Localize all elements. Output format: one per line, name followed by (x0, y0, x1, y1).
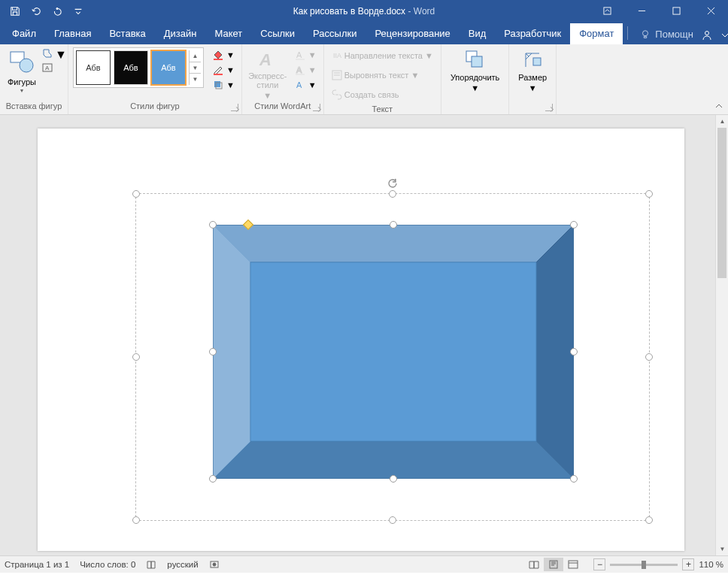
scroll-thumb[interactable] (717, 128, 726, 278)
resize-handle[interactable] (132, 516, 140, 524)
shape-resize-handle[interactable] (390, 221, 397, 228)
shape-resize-handle[interactable] (570, 475, 578, 483)
style-preset-1[interactable]: Абв (76, 50, 111, 85)
wordart-options: A▼ A▼ A▼ (292, 47, 319, 92)
text-effects-button[interactable]: A▼ (292, 77, 319, 92)
account-button[interactable] (719, 26, 728, 44)
redo-button[interactable] (48, 2, 66, 20)
shape-resize-handle[interactable] (209, 348, 217, 356)
zoom-out-button[interactable]: − (593, 558, 605, 570)
tab-review[interactable]: Рецензирование (366, 23, 459, 44)
resize-handle[interactable] (389, 190, 396, 198)
share-button[interactable] (701, 26, 713, 44)
resize-handle[interactable] (645, 190, 653, 198)
tab-mailings[interactable]: Рассылки (304, 23, 366, 44)
group-text: IIAНаправление текста▼ Выровнять текст▼ … (324, 44, 441, 114)
zoom-level[interactable]: 110 % (699, 560, 723, 569)
create-link-button: Создать связь (329, 86, 402, 103)
style-preset-3[interactable]: Абв (151, 50, 186, 85)
quick-access-toolbar (0, 0, 87, 22)
svg-text:IIA: IIA (333, 52, 341, 59)
tab-insert[interactable]: Вставка (100, 23, 154, 44)
tab-format[interactable]: Формат (570, 23, 623, 44)
vertical-scrollbar[interactable]: ▲ ▼ (715, 115, 728, 555)
dialog-launcher-icon[interactable] (231, 104, 238, 111)
shape-resize-handle[interactable] (390, 475, 397, 483)
tab-file[interactable]: Файл (3, 23, 45, 44)
tell-me[interactable]: Помощн (632, 29, 701, 44)
macro-record-status[interactable] (209, 559, 220, 570)
edit-shape-button[interactable] (42, 48, 53, 62)
arrange-button[interactable]: Упорядочить ▼ (446, 47, 504, 94)
page-number-status[interactable]: Страница 1 из 1 (5, 560, 69, 569)
shape-resize-handle[interactable] (570, 221, 578, 228)
tab-home[interactable]: Главная (45, 23, 100, 44)
shape-effects-button[interactable]: ▼ (210, 77, 237, 92)
gallery-up[interactable]: ▲ (190, 50, 201, 62)
zoom-in-button[interactable]: + (682, 558, 694, 570)
shapes-button[interactable]: Фигуры ▼ (5, 47, 39, 95)
svg-text:A: A (45, 65, 50, 71)
shape-fill-button[interactable]: ▼ (210, 47, 237, 62)
print-layout-button[interactable] (544, 558, 563, 571)
svg-rect-1 (603, 8, 610, 14)
scroll-down-button[interactable]: ▼ (716, 543, 728, 555)
shapes-label: Фигуры (8, 77, 36, 86)
ribbon-display-options[interactable] (590, 0, 624, 22)
resize-handle[interactable] (645, 353, 653, 361)
bevel-rectangle-shape[interactable] (213, 225, 574, 479)
size-button[interactable]: Размер ▼ (514, 47, 551, 94)
svg-rect-17 (296, 74, 305, 75)
language-status[interactable]: русский (167, 560, 198, 569)
tab-developer[interactable]: Разработчик (495, 23, 570, 44)
shape-resize-handle[interactable] (209, 475, 217, 483)
rotation-handle[interactable] (387, 177, 399, 189)
tab-view[interactable]: Вид (460, 23, 496, 44)
minimize-button[interactable] (624, 0, 659, 22)
read-mode-button[interactable] (524, 558, 544, 571)
arrange-label: Упорядочить (450, 73, 499, 82)
spellcheck-status[interactable] (146, 559, 156, 570)
resize-handle[interactable] (389, 516, 396, 524)
dialog-launcher-icon[interactable] (313, 104, 320, 111)
tab-references[interactable]: Ссылки (251, 23, 304, 44)
zoom-slider[interactable] (610, 564, 678, 566)
scroll-up-button[interactable]: ▲ (716, 115, 728, 128)
text-box-button[interactable]: A (42, 62, 53, 76)
svg-marker-24 (213, 225, 574, 262)
wordart-label: Экспресс-стили (247, 71, 289, 89)
web-layout-button[interactable] (563, 558, 583, 571)
maximize-button[interactable] (659, 0, 693, 22)
style-preset-2[interactable]: Абв (114, 50, 148, 85)
shape-outline-button[interactable]: ▼ (210, 62, 237, 77)
undo-button[interactable] (27, 2, 45, 20)
close-button[interactable] (693, 0, 728, 22)
text-fill-button: A▼ (292, 47, 319, 62)
group-label-insert-shapes: Вставка фигур (5, 100, 63, 113)
shape-resize-handle[interactable] (209, 221, 217, 228)
resize-handle[interactable] (132, 353, 140, 361)
group-shape-styles: Абв Абв Абв ▲ ▼ ▼ ▼ ▼ ▼ Стили фигур (68, 44, 242, 114)
shape-style-gallery[interactable]: Абв Абв Абв ▲ ▼ ▼ (73, 47, 204, 88)
chevron-down-icon[interactable]: ▼ (55, 48, 67, 62)
gallery-more[interactable]: ▼ (190, 73, 201, 85)
group-label-shape-styles: Стили фигур (73, 100, 237, 113)
svg-text:A: A (296, 80, 302, 89)
document-page[interactable] (38, 129, 684, 551)
qat-customize[interactable] (69, 2, 87, 20)
resize-handle[interactable] (645, 516, 653, 524)
word-count-status[interactable]: Число слов: 0 (80, 560, 135, 569)
tab-layout[interactable]: Макет (205, 23, 251, 44)
zoom-slider-knob[interactable] (642, 561, 646, 569)
shape-resize-handle[interactable] (570, 348, 578, 356)
gallery-down[interactable]: ▼ (190, 62, 201, 74)
dialog-launcher-icon[interactable] (545, 104, 553, 111)
collapse-ribbon-button[interactable] (714, 101, 725, 111)
book-icon (146, 559, 156, 570)
save-button[interactable] (6, 2, 24, 20)
gallery-scroll: ▲ ▼ ▼ (189, 50, 201, 85)
tab-design[interactable]: Дизайн (155, 23, 206, 44)
align-text-button: Выровнять текст▼ (329, 67, 423, 83)
resize-handle[interactable] (132, 190, 140, 198)
pen-icon (212, 64, 224, 76)
